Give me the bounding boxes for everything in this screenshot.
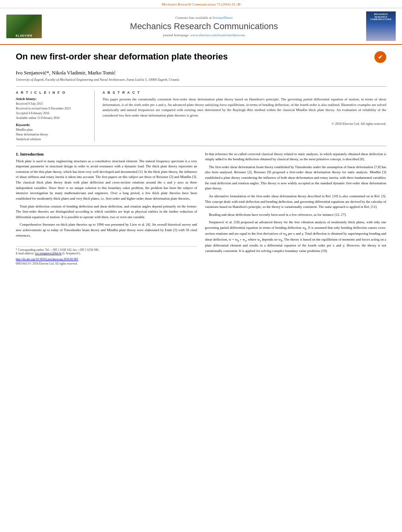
homepage-link[interactable]: www.elsevier.com/locate/mechrescom: [190, 33, 245, 37]
received-date: Received 9 July 2015: [16, 102, 89, 106]
keywords-label: Keywords:: [16, 123, 89, 127]
right-para-3: An alternative formulation of the first-…: [205, 194, 386, 210]
available-date: Available online 13 February 2016: [16, 116, 89, 120]
received-revised-date: Received in revised form 9 December 2015: [16, 106, 89, 111]
right-para-1: In that reference the so-called correcte…: [205, 152, 386, 162]
right-column: In that reference the so-called correcte…: [205, 152, 386, 266]
right-para-2: The first-order shear deformation beam t…: [205, 165, 386, 191]
left-para-3: Comprehensive literature on thick plate …: [16, 222, 197, 238]
mechanics-cover-logo: MECHANICSRESEARCHCOMMUNICATIONS: [366, 11, 396, 41]
affiliation: University of Zagreb, Faculty of Mechani…: [16, 78, 386, 82]
left-para-2: Total plate deflection consists of bendi…: [16, 204, 197, 220]
article-info: A R T I C L E I N F O Article history: R…: [16, 91, 95, 142]
accepted-date: Accepted 4 February 2016: [16, 111, 89, 116]
crossmark-icon: ✔: [374, 51, 386, 63]
footnote-star-text: * Corresponding author. Tel.: +385 1 616…: [16, 248, 197, 252]
right-para-5: Senjanović et al. [18] proposed an advan…: [205, 220, 386, 254]
keyword-3: Analytical solutions: [16, 137, 89, 142]
right-para-4: Bending and shear deflections have recen…: [205, 212, 386, 218]
keyword-2: Shear deformation theory: [16, 132, 89, 137]
section-1-heading: 1. Introduction: [16, 152, 197, 156]
journal-reference-bar: Mechanics Research Communications 73 (20…: [0, 0, 402, 8]
footnote-section: * Corresponding author. Tel.: +385 1 616…: [16, 246, 197, 255]
email-line: E-mail address: ivo.senjanovic@fsb.hr (I…: [16, 252, 197, 255]
abstract-section: A B S T R A C T This paper presents the …: [102, 91, 386, 142]
journal-header: Contents lists available at ScienceDirec…: [0, 8, 402, 45]
email-suffix: (I. Senjanović).: [62, 252, 80, 255]
history-label: Article history:: [16, 97, 89, 101]
article-title: On new first-order shear deformation pla…: [16, 51, 374, 63]
journal-title: Mechanics Research Communications: [46, 21, 362, 32]
doi-line: http://dx.doi.org/10.1016/j.mechrescom.2…: [16, 258, 197, 261]
right-column-text: In that reference the so-called correcte…: [205, 152, 386, 254]
homepage-line: journal homepage: www.elsevier.com/locat…: [46, 33, 362, 37]
article-info-title: A R T I C L E I N F O: [16, 91, 89, 95]
left-para-1: Thick plate is used in many engineering …: [16, 159, 197, 202]
info-abstract-section: A R T I C L E I N F O Article history: R…: [16, 86, 386, 146]
journal-center: Contents lists available at ScienceDirec…: [46, 16, 362, 37]
copyright: © 2016 Elsevier Ltd. All rights reserved…: [102, 122, 386, 126]
contents-line: Contents lists available at ScienceDirec…: [46, 16, 362, 20]
authors: Ivo Senjanović*, Nikola Vladimir, Marko …: [16, 70, 386, 76]
email-label: E-mail address:: [16, 252, 34, 255]
main-content: On new first-order shear deformation pla…: [0, 45, 402, 273]
journal-reference: Mechanics Research Communications 73 (20…: [162, 2, 240, 6]
body-columns: 1. Introduction Thick plate is used in m…: [16, 152, 386, 266]
keyword-1: Mindlin plate: [16, 128, 89, 132]
email-link[interactable]: ivo.senjanovic@fsb.hr: [35, 252, 62, 255]
issn-line: 0093-6413/© 2016 Elsevier Ltd. All right…: [16, 262, 197, 265]
abstract-text: This paper presents the variationally co…: [102, 97, 386, 119]
left-column-text: Thick plate is used in many engineering …: [16, 159, 197, 239]
left-column: 1. Introduction Thick plate is used in m…: [16, 152, 197, 266]
doi-link[interactable]: http://dx.doi.org/10.1016/j.mechrescom.2…: [16, 258, 78, 261]
elsevier-logo: [6, 15, 42, 38]
abstract-title: A B S T R A C T: [102, 91, 386, 95]
sciencedirect-link[interactable]: ScienceDirect: [213, 16, 233, 20]
